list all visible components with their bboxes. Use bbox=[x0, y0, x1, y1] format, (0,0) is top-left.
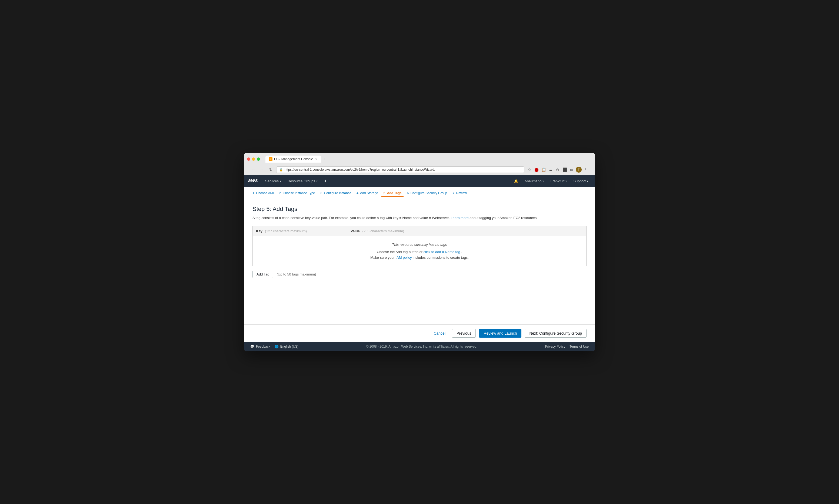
address-bar[interactable]: 🔒 https://eu-central-1.console.aws.amazo… bbox=[276, 166, 524, 173]
empty-state-line1: Choose the Add tag button or click to ad… bbox=[257, 250, 582, 254]
empty-state: This resource currently has no tags Choo… bbox=[253, 236, 586, 266]
footer-copyright: © 2008 - 2019, Amazon Web Services, Inc.… bbox=[298, 345, 545, 348]
nav-pin-icon[interactable]: ✦ bbox=[321, 178, 329, 185]
page-desc-start: A tag consists of a case-sensitive key-v… bbox=[252, 216, 450, 220]
next-button[interactable]: Next: Configure Security Group bbox=[525, 329, 587, 338]
col-value-label: Value bbox=[351, 229, 360, 233]
wizard-step-5[interactable]: 5. Add Tags bbox=[381, 190, 404, 197]
lock-icon: 🔒 bbox=[279, 168, 283, 172]
iam-policy-link[interactable]: IAM policy bbox=[396, 255, 412, 259]
page-desc-end: about tagging your Amazon EC2 resources. bbox=[470, 216, 537, 220]
footer-right: Privacy Policy Terms of Use bbox=[545, 345, 589, 348]
tags-table: Key (127 characters maximum) Value (255 … bbox=[252, 226, 587, 266]
footer-left: 💬 Feedback 🌐 English (US) bbox=[250, 345, 298, 348]
wizard-step-4[interactable]: 4. Add Storage bbox=[354, 190, 380, 197]
back-button[interactable]: ← bbox=[250, 166, 257, 173]
tab-bar: ✦ EC2 Management Console ✕ + bbox=[265, 156, 328, 163]
nav-user[interactable]: t-neumann bbox=[522, 178, 546, 185]
nav-bell-icon[interactable]: 🔔 bbox=[511, 178, 521, 185]
page-content: aws Services Resource Groups ✦ 🔔 t-neuma… bbox=[244, 175, 595, 351]
toolbar-actions: ☆ ⬤ 📋 ☁ ⊙ ⬛ ▭ T ⋮ bbox=[526, 167, 589, 173]
aws-nav-items: Services Resource Groups ✦ bbox=[262, 178, 511, 185]
empty-line2-end: includes permissions to create tags. bbox=[413, 255, 469, 259]
forward-button[interactable]: → bbox=[259, 166, 265, 173]
col-key-label: Key bbox=[256, 229, 262, 233]
feedback-bubble-icon: 💬 bbox=[250, 345, 254, 348]
aws-logo-bar bbox=[249, 184, 257, 184]
bottom-bar: Cancel Previous Review and Launch Next: … bbox=[244, 324, 595, 342]
add-tag-hint: (Up to 50 tags maximum) bbox=[277, 272, 316, 276]
tab-favicon: ✦ bbox=[269, 157, 273, 161]
aws-logo[interactable]: aws bbox=[248, 178, 258, 184]
wizard-step-2[interactable]: 2. Choose Instance Type bbox=[277, 190, 317, 197]
terms-of-use-link[interactable]: Terms of Use bbox=[570, 345, 589, 348]
add-name-tag-link[interactable]: click to add a Name tag bbox=[423, 250, 460, 254]
traffic-lights bbox=[247, 158, 260, 161]
extension-icon-4[interactable]: ⊙ bbox=[555, 167, 561, 173]
main-content: Step 5: Add Tags A tag consists of a cas… bbox=[244, 200, 595, 324]
wizard-step-1[interactable]: 1. Choose AMI bbox=[250, 190, 276, 197]
refresh-button[interactable]: ↻ bbox=[267, 166, 274, 173]
tags-table-header: Key (127 characters maximum) Value (255 … bbox=[253, 226, 586, 236]
maximize-button[interactable] bbox=[257, 158, 260, 161]
minimize-button[interactable] bbox=[252, 158, 255, 161]
browser-titlebar: ✦ EC2 Management Console ✕ + bbox=[247, 156, 592, 163]
feedback-label: Feedback bbox=[256, 345, 270, 348]
wizard-step-7[interactable]: 7. Review bbox=[450, 190, 469, 197]
tab-title: EC2 Management Console bbox=[274, 157, 313, 161]
browser-tab-ec2[interactable]: ✦ EC2 Management Console ✕ bbox=[265, 156, 321, 163]
new-tab-button[interactable]: + bbox=[321, 156, 328, 163]
aws-logo-text: aws bbox=[248, 178, 258, 183]
tab-close-button[interactable]: ✕ bbox=[315, 158, 318, 161]
empty-line2-start: Make sure your bbox=[370, 255, 396, 259]
previous-button[interactable]: Previous bbox=[452, 329, 476, 338]
page-title: Step 5: Add Tags bbox=[252, 205, 587, 213]
add-tag-area: Add Tag (Up to 50 tags maximum) bbox=[252, 271, 587, 278]
col-value-header: Value (255 characters maximum) bbox=[347, 228, 575, 234]
profile-avatar[interactable]: T bbox=[576, 167, 582, 173]
cast-icon[interactable]: ▭ bbox=[569, 167, 575, 173]
empty-line1-start: Choose the Add tag button or bbox=[377, 250, 423, 254]
feedback-link[interactable]: 💬 Feedback bbox=[250, 345, 270, 348]
learn-more-link[interactable]: Learn more bbox=[451, 216, 468, 220]
browser-chrome: ✦ EC2 Management Console ✕ + ← → ↻ 🔒 htt… bbox=[244, 153, 595, 175]
aws-navbar: aws Services Resource Groups ✦ 🔔 t-neuma… bbox=[244, 175, 595, 187]
url-text: https://eu-central-1.console.aws.amazon.… bbox=[285, 168, 435, 172]
wizard-step-6[interactable]: 6. Configure Security Group bbox=[405, 190, 449, 197]
cancel-button[interactable]: Cancel bbox=[430, 329, 449, 337]
browser-window: ✦ EC2 Management Console ✕ + ← → ↻ 🔒 htt… bbox=[244, 153, 595, 351]
col-key-header: Key (127 characters maximum) bbox=[253, 228, 347, 234]
empty-state-title: This resource currently has no tags bbox=[257, 242, 582, 247]
nav-support[interactable]: Support bbox=[571, 178, 591, 185]
review-launch-button[interactable]: Review and Launch bbox=[479, 329, 521, 338]
copyright-text: © 2008 - 2019, Amazon Web Services, Inc.… bbox=[366, 345, 477, 348]
empty-line1-end: . bbox=[461, 250, 462, 254]
privacy-policy-link[interactable]: Privacy Policy bbox=[545, 345, 565, 348]
language-selector[interactable]: 🌐 English (US) bbox=[275, 345, 298, 348]
col-actions-header bbox=[575, 228, 586, 234]
menu-icon[interactable]: ⋮ bbox=[583, 167, 589, 173]
page-description: A tag consists of a case-sensitive key-v… bbox=[252, 215, 587, 221]
empty-state-line2: Make sure your IAM policy includes permi… bbox=[257, 255, 582, 259]
aws-footer: 💬 Feedback 🌐 English (US) © 2008 - 2019,… bbox=[244, 342, 595, 351]
bookmark-icon[interactable]: ☆ bbox=[526, 167, 532, 173]
browser-toolbar: ← → ↻ 🔒 https://eu-central-1.console.aws… bbox=[247, 165, 592, 175]
extension-icon-2[interactable]: 📋 bbox=[541, 167, 546, 173]
wizard-step-3[interactable]: 3. Configure Instance bbox=[318, 190, 353, 197]
col-key-placeholder: (127 characters maximum) bbox=[265, 229, 307, 233]
close-button[interactable] bbox=[247, 158, 250, 161]
col-value-placeholder: (255 characters maximum) bbox=[363, 229, 404, 233]
extension-icon-5[interactable]: ⬛ bbox=[562, 167, 567, 173]
language-label: English (US) bbox=[280, 345, 298, 348]
aws-nav-right: 🔔 t-neumann Frankfurt Support bbox=[511, 178, 591, 185]
nav-services[interactable]: Services bbox=[262, 178, 284, 185]
wizard-steps: 1. Choose AMI 2. Choose Instance Type 3.… bbox=[244, 187, 595, 200]
globe-icon: 🌐 bbox=[275, 345, 279, 348]
nav-resource-groups[interactable]: Resource Groups bbox=[285, 178, 320, 185]
extension-icon-1[interactable]: ⬤ bbox=[534, 167, 540, 173]
add-tag-button[interactable]: Add Tag bbox=[252, 271, 273, 278]
extension-icon-3[interactable]: ☁ bbox=[548, 167, 554, 173]
nav-region[interactable]: Frankfurt bbox=[548, 178, 570, 185]
